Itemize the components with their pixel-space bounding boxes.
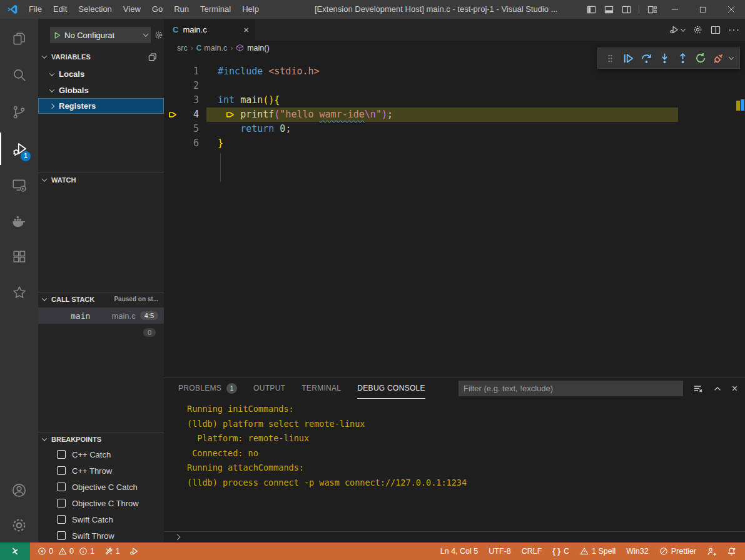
disconnect-button-icon[interactable] <box>711 51 726 66</box>
menu-run[interactable]: Run <box>168 0 195 19</box>
call-stack-session-row[interactable]: 0 <box>38 325 164 340</box>
spell-label: 1 Spell <box>592 547 616 556</box>
tab-close-icon[interactable]: × <box>243 24 249 35</box>
tab-output[interactable]: OUTPUT <box>253 378 285 399</box>
variables-scope-registers[interactable]: Registers <box>38 98 164 114</box>
breakpoint-checkbox[interactable] <box>57 515 66 524</box>
toolbar-drag-grip[interactable] <box>602 51 617 66</box>
settings-gear-icon[interactable] <box>0 509 38 541</box>
maximize-button[interactable] <box>689 0 717 19</box>
clear-console-icon[interactable] <box>693 384 703 394</box>
variables-scope-locals[interactable]: Locals <box>38 66 164 82</box>
source-control-icon[interactable] <box>0 96 38 128</box>
breakpoint-row[interactable]: Objective C Catch <box>38 479 164 495</box>
toggle-sidebar-icon[interactable] <box>582 0 600 19</box>
customize-layout-icon[interactable] <box>643 0 661 19</box>
extensions-icon[interactable] <box>0 241 38 273</box>
line-number: 1 <box>181 64 199 79</box>
breakpoint-checkbox[interactable] <box>57 466 66 475</box>
continue-button-icon[interactable] <box>621 51 636 66</box>
code-line-4[interactable]: 4 printf("hello wamr-ide\n"); <box>164 108 745 122</box>
breakpoint-row[interactable]: C++ Catch <box>38 446 164 462</box>
chevron-down-icon[interactable] <box>729 54 734 59</box>
breakpoint-row[interactable]: Swift Throw <box>38 528 164 544</box>
code-line-2[interactable]: 2 <box>164 79 745 93</box>
cursor-position[interactable]: Ln 4, Col 5 <box>440 547 478 556</box>
menu-view[interactable]: View <box>118 0 146 19</box>
encoding-indicator[interactable]: UTF-8 <box>489 547 510 556</box>
debug-settings-gear-icon[interactable] <box>154 30 164 40</box>
breakpoint-checkbox[interactable] <box>57 482 66 491</box>
platform-indicator[interactable]: Win32 <box>626 547 648 556</box>
minimize-button[interactable] <box>661 0 689 19</box>
call-stack-section-header[interactable]: CALL STACK Paused on st... <box>38 292 164 306</box>
run-or-debug-button[interactable] <box>669 24 685 35</box>
language-mode[interactable]: { } C <box>552 547 569 556</box>
split-editor-icon[interactable] <box>711 25 721 35</box>
tab-debug-console[interactable]: DEBUG CONSOLE <box>357 378 425 399</box>
step-over-button-icon[interactable] <box>639 51 654 66</box>
breakpoint-row[interactable]: Objective C Throw <box>38 495 164 511</box>
docker-icon[interactable] <box>0 204 38 237</box>
debug-configuration-dropdown[interactable]: No Configurat <box>50 27 151 43</box>
code-line-5[interactable]: 5 return 0; <box>164 122 745 136</box>
problems-status[interactable]: 0 0 1 <box>38 547 94 556</box>
account-icon[interactable] <box>0 474 38 506</box>
star-extension-icon[interactable] <box>0 276 38 309</box>
breakpoint-row[interactable]: Swift Catch <box>38 511 164 528</box>
toggle-panel-icon[interactable] <box>600 0 617 19</box>
circle-slash-icon <box>659 547 668 556</box>
menu-edit[interactable]: Edit <box>48 0 73 19</box>
spell-checker-status[interactable]: 1 Spell <box>580 547 616 556</box>
breakpoint-checkbox[interactable] <box>57 531 66 540</box>
breakpoint-checkbox[interactable] <box>57 499 66 508</box>
breadcrumb-symbol[interactable]: main() <box>247 44 269 52</box>
step-into-button-icon[interactable] <box>657 51 672 66</box>
debug-status-icon[interactable] <box>129 546 139 556</box>
restart-button-icon[interactable] <box>693 51 708 66</box>
search-icon[interactable] <box>0 59 38 91</box>
breadcrumb-file[interactable]: main.c <box>204 44 227 52</box>
menu-go[interactable]: Go <box>146 0 168 19</box>
tab-terminal[interactable]: TERMINAL <box>302 378 341 399</box>
console-filter-input[interactable] <box>459 381 683 396</box>
watch-section-header[interactable]: WATCH <box>38 172 164 186</box>
notifications-bell-icon[interactable] <box>727 547 736 556</box>
editor-settings-gear-icon[interactable] <box>692 24 703 35</box>
tab-problems[interactable]: PROBLEMS 1 <box>178 378 237 399</box>
code-area[interactable]: 1#include <stdio.h>23int main(){4 printf… <box>164 64 745 364</box>
step-out-button-icon[interactable] <box>675 51 690 66</box>
console-line: (lldb) process connect -p wasm connect:/… <box>187 476 467 491</box>
more-actions-icon[interactable]: ··· <box>728 24 740 36</box>
debug-console-input[interactable] <box>164 531 745 542</box>
menu-help[interactable]: Help <box>236 0 265 19</box>
remote-indicator[interactable] <box>0 542 30 560</box>
maximize-panel-icon[interactable] <box>713 384 722 393</box>
code-line-6[interactable]: 6} <box>164 136 745 151</box>
toggle-secondary-sidebar-icon[interactable] <box>617 0 635 19</box>
breadcrumb-folder[interactable]: src <box>177 44 188 52</box>
breakpoint-checkbox[interactable] <box>57 450 66 459</box>
eol-indicator[interactable]: CRLF <box>522 547 542 556</box>
formatter-label: Prettier <box>671 547 696 556</box>
menu-selection[interactable]: Selection <box>73 0 117 19</box>
close-panel-icon[interactable]: × <box>732 383 737 394</box>
copy-value-icon[interactable] <box>148 52 157 62</box>
menu-terminal[interactable]: Terminal <box>195 0 236 19</box>
variables-scope-globals[interactable]: Globals <box>38 82 164 98</box>
menu-file[interactable]: File <box>23 0 48 19</box>
remote-explorer-icon[interactable] <box>0 169 38 201</box>
explorer-icon[interactable] <box>0 22 38 55</box>
tab-main-c[interactable]: C main.c × <box>164 19 255 41</box>
feedback-icon[interactable] <box>707 547 716 556</box>
call-stack-frame-row[interactable]: main main.c 4:5 <box>38 308 164 324</box>
breakpoints-section-header[interactable]: BREAKPOINTS <box>38 432 164 446</box>
variables-section-header[interactable]: VARIABLES <box>38 50 164 64</box>
close-window-button[interactable] <box>717 0 745 19</box>
formatter-status[interactable]: Prettier <box>659 547 696 556</box>
toolchain-status[interactable]: 1 <box>104 547 120 556</box>
run-and-debug-icon[interactable]: 1 <box>0 132 38 165</box>
start-debug-icon[interactable] <box>53 31 61 39</box>
code-line-3[interactable]: 3int main(){ <box>164 93 745 108</box>
breakpoint-row[interactable]: C++ Throw <box>38 462 164 479</box>
